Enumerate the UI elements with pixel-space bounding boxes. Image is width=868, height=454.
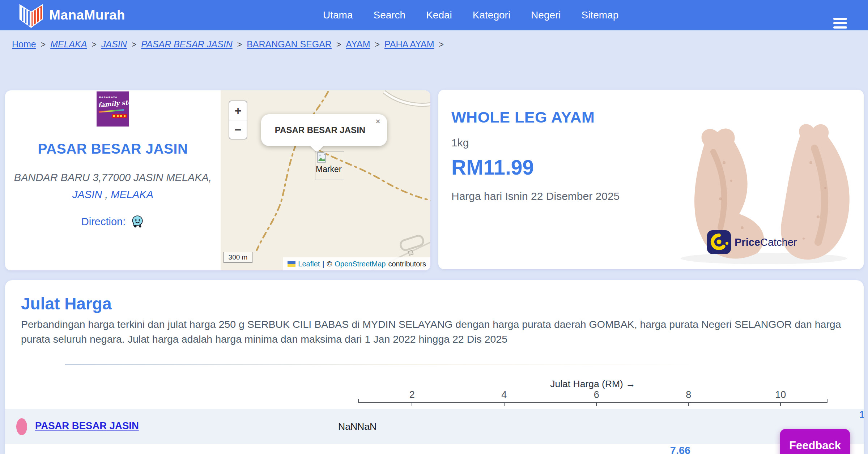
nav-sitemap[interactable]: Sitemap — [582, 9, 619, 21]
nav-negeri[interactable]: Negeri — [531, 9, 561, 21]
axis-tick — [412, 403, 412, 406]
chart-row: PASAR BESAR JASIN NaNNaN 1 — [5, 409, 864, 444]
crumb-separator: > — [336, 40, 341, 50]
section-title: Julat Harga — [21, 294, 112, 313]
attribution-divider: | — [322, 260, 324, 268]
store-logo-image: PASARAYA family store — [97, 91, 129, 127]
copyright-symbol: © — [327, 260, 332, 268]
pricecatcher-wordmark: PriceCatcher — [735, 236, 797, 248]
store-logo-caps: PASARAYA — [99, 96, 118, 99]
map-popup: PASAR BESAR JASIN × — [261, 114, 387, 146]
store-logo-redbox — [112, 114, 127, 118]
osm-link[interactable]: OpenStreetMap — [335, 260, 386, 268]
main-nav: Utama Search Kedai Kategori Negeri Sitem… — [323, 0, 618, 30]
zoom-in-button[interactable]: + — [229, 101, 247, 120]
map[interactable]: + − PASAR BESAR JASIN × Marker 300 m Lea… — [221, 90, 430, 270]
crumb-state[interactable]: MELAKA — [50, 39, 87, 50]
popup-title: PASAR BESAR JASIN — [271, 125, 369, 135]
x-tick-label: 6 — [594, 389, 599, 401]
axis-tick — [504, 403, 505, 406]
chart-x-axis: Julat Harga (RM) → 2 4 6 8 10 — [358, 378, 827, 407]
store-name: PASAR BESAR JASIN — [5, 141, 221, 157]
page: ManaMurah Utama Search Kedai Kategori Ne… — [0, 0, 868, 454]
store-address: BANDAR BARU 3,77000 JASIN MELAKA, — [5, 172, 221, 184]
nav-kategori[interactable]: Kategori — [473, 9, 510, 21]
nav-utama[interactable]: Utama — [323, 9, 353, 21]
axis-tick — [596, 403, 597, 406]
axis-endcap — [358, 399, 359, 402]
axis-endcap — [827, 399, 827, 402]
zoom-out-button[interactable]: − — [229, 120, 247, 140]
store-card: PASARAYA family store PASAR BESAR JASIN … — [5, 90, 430, 270]
crumb-separator: > — [237, 40, 242, 50]
crumb-separator: > — [92, 40, 97, 50]
product-name: WHOLE LEG AYAM — [451, 108, 595, 126]
map-attribution: Leaflet | © OpenStreetMap contributors — [283, 257, 430, 270]
broken-image-icon — [317, 152, 327, 164]
crumb-store[interactable]: PASAR BESAR JASIN — [141, 39, 232, 50]
store-logo-script: family store — [98, 99, 128, 108]
locality-comma: , — [102, 189, 111, 200]
price-date-note: Harga hari Isnin 22 Disember 2025 — [451, 190, 620, 202]
row-value-label: 7.66 — [657, 445, 704, 454]
section-description: Perbandingan harga terkini dan julat har… — [21, 317, 851, 347]
nav-search[interactable]: Search — [373, 9, 405, 21]
divider — [65, 364, 807, 365]
brand-name: ManaMurah — [49, 8, 125, 23]
map-marker[interactable]: Marker — [315, 151, 344, 180]
brand[interactable]: ManaMurah — [17, 2, 125, 28]
crumb-category[interactable]: BARANGAN SEGAR — [247, 39, 332, 50]
map-scale: 300 m — [224, 252, 252, 263]
pricecatcher-word-bold: Price — [735, 236, 760, 248]
price-range-section: Julat Harga Perbandingan harga terkini d… — [5, 280, 864, 454]
crumb-subcategory[interactable]: AYAM — [346, 39, 370, 50]
store-panel: PASARAYA family store PASAR BESAR JASIN … — [5, 90, 221, 270]
axis-tick — [780, 403, 781, 406]
crumb-separator: > — [375, 40, 380, 50]
product-price: RM11.99 — [451, 155, 534, 179]
manamurah-logo-icon — [17, 2, 45, 28]
axis-tick — [688, 403, 689, 406]
breadcrumb: Home > MELAKA > JASIN > PASAR BESAR JASI… — [12, 39, 444, 50]
crumb-separator: > — [132, 40, 136, 50]
menu-icon[interactable] — [833, 18, 847, 29]
store-locality: JASIN , MELAKA — [5, 189, 221, 201]
crumb-district[interactable]: JASIN — [101, 39, 127, 50]
row-store-link[interactable]: PASAR BESAR JASIN — [35, 420, 139, 432]
x-axis-label: Julat Harga (RM) → — [358, 378, 827, 390]
row-status-text: NaNNaN — [338, 421, 376, 432]
direction-label: Direction: — [81, 216, 126, 228]
attribution-suffix: contributors — [388, 260, 426, 268]
waze-icon[interactable] — [131, 215, 144, 228]
popup-close-icon[interactable]: × — [375, 117, 380, 126]
state-link[interactable]: MELAKA — [111, 189, 153, 200]
pricecatcher-word-regular: Catcher — [760, 236, 797, 248]
x-axis-line — [358, 402, 827, 403]
ukraine-flag-icon — [288, 261, 295, 267]
row-count-label: 1 — [859, 409, 864, 420]
district-link[interactable]: JASIN — [72, 189, 102, 200]
feedback-button[interactable]: Feedback — [780, 429, 850, 454]
x-tick-label: 8 — [686, 389, 691, 401]
marker-alt-text: Marker — [316, 164, 344, 174]
x-tick-label: 4 — [501, 389, 507, 401]
leaflet-link[interactable]: Leaflet — [298, 260, 320, 268]
crumb-item[interactable]: PAHA AYAM — [384, 39, 434, 50]
product-unit: 1kg — [451, 137, 469, 149]
x-tick-label: 10 — [775, 389, 786, 401]
direction-row: Direction: — [5, 215, 221, 228]
header: ManaMurah Utama Search Kedai Kategori Ne… — [0, 0, 868, 30]
x-tick-label: 2 — [409, 389, 415, 401]
product-card: WHOLE LEG AYAM 1kg RM11.99 Harga hari Is… — [438, 90, 864, 269]
store-logo-swoosh — [99, 109, 124, 113]
series-dot — [16, 418, 27, 435]
crumb-separator: > — [439, 40, 444, 50]
crumb-separator: > — [41, 40, 46, 50]
nav-kedai[interactable]: Kedai — [426, 9, 452, 21]
pricecatcher-logo: PriceCatcher — [707, 230, 797, 254]
crumb-home[interactable]: Home — [12, 39, 36, 50]
pricecatcher-icon — [707, 230, 731, 254]
map-zoom-control: + − — [229, 100, 247, 140]
